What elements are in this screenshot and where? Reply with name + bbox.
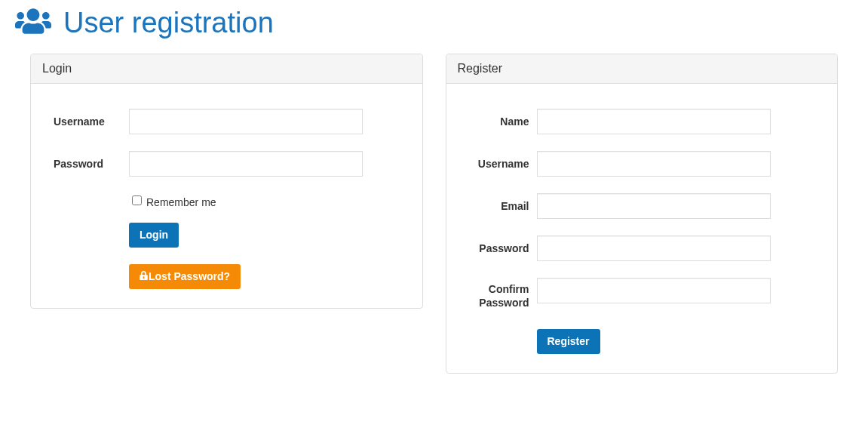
users-icon [15,6,51,38]
register-password-label: Password [469,242,537,254]
login-username-label: Username [54,115,129,128]
page-title: User registration [63,8,274,37]
register-button[interactable]: Register [537,329,600,354]
register-name-input[interactable] [537,109,771,134]
lost-password-label: Lost Password? [149,270,230,283]
register-panel: Register Name Username Email [446,54,839,374]
register-name-label: Name [469,115,537,128]
login-heading: Login [31,54,422,84]
login-button[interactable]: Login [129,223,179,248]
page-header: User registration [15,0,853,38]
login-password-input[interactable] [129,151,363,177]
remember-me-checkbox[interactable] [132,195,142,205]
register-confirm-label: Confirm Password [469,278,537,309]
register-username-label: Username [469,158,537,170]
lost-password-button[interactable]: Lost Password? [129,264,241,289]
register-username-input[interactable] [537,151,771,177]
login-panel: Login Username Password Remember me [30,54,423,309]
register-email-input[interactable] [537,193,771,219]
register-confirm-input[interactable] [537,278,771,303]
register-email-label: Email [469,200,537,212]
remember-me-label[interactable]: Remember me [146,196,216,208]
lock-icon [140,270,148,283]
login-password-label: Password [54,158,129,170]
register-heading: Register [446,54,838,84]
register-password-input[interactable] [537,235,771,261]
login-username-input[interactable] [129,109,363,134]
